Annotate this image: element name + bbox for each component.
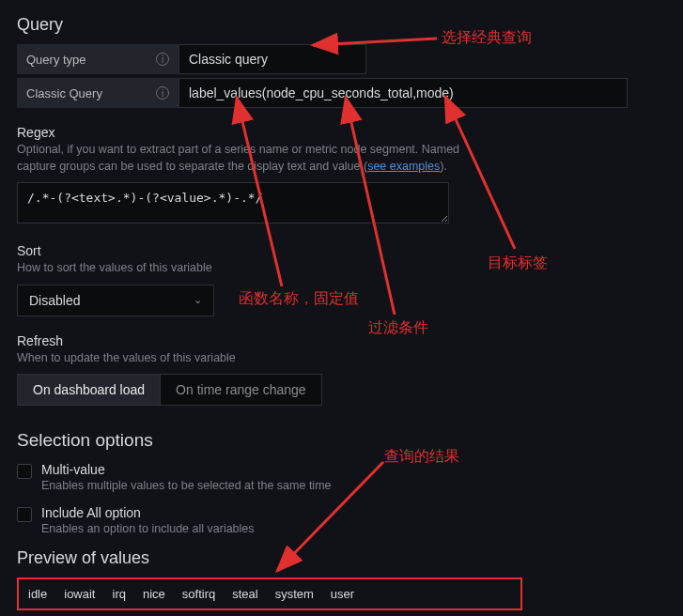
classic-query-label: Classic Query i [17, 78, 179, 108]
preview-value: iowait [64, 587, 95, 601]
include-all-checkbox[interactable] [17, 507, 32, 522]
preview-values-box: idle iowait irq nice softirq steal syste… [17, 578, 522, 610]
preview-value: nice [143, 587, 165, 601]
preview-value: steal [232, 587, 257, 601]
classic-query-input[interactable] [179, 78, 628, 108]
preview-value: irq [113, 587, 126, 601]
multi-value-desc: Enables multiple values to be selected a… [41, 479, 332, 492]
query-type-label: Query type i [17, 44, 179, 74]
regex-help-post: ). [440, 160, 447, 173]
multi-value-row: Multi-value Enables multiple values to b… [17, 462, 666, 492]
classic-query-label-text: Classic Query [26, 86, 102, 100]
include-all-row: Include All option Enables an option to … [17, 505, 666, 535]
refresh-title: Refresh [17, 333, 666, 348]
refresh-on-dashboard-load-button[interactable]: On dashboard load [17, 374, 161, 406]
refresh-on-time-range-change-button[interactable]: On time range change [161, 374, 322, 406]
query-type-label-text: Query type [26, 53, 86, 67]
regex-help: Optional, if you want to extract part of… [17, 142, 487, 175]
regex-input[interactable]: /.*-(?<text>.*)-(?<value>.*)-.*/ [17, 182, 449, 223]
query-type-row: Query type i [17, 44, 666, 74]
include-all-label: Include All option [41, 505, 255, 520]
include-all-desc: Enables an option to include all variabl… [41, 522, 255, 535]
sort-select[interactable]: Disabled ⌄ [17, 285, 214, 316]
multi-value-checkbox[interactable] [17, 464, 32, 479]
section-title-query: Query [17, 15, 666, 35]
chevron-down-icon: ⌄ [194, 294, 202, 306]
multi-value-label: Multi-value [41, 462, 332, 477]
regex-title: Regex [17, 125, 666, 140]
preview-value: softirq [182, 587, 215, 601]
sort-value: Disabled [29, 293, 80, 308]
sort-help: How to sort the values of this variable [17, 260, 487, 277]
query-type-input[interactable] [179, 44, 366, 74]
sort-title: Sort [17, 243, 666, 258]
preview-title: Preview of values [17, 548, 666, 568]
refresh-button-group: On dashboard load On time range change [17, 374, 666, 406]
preview-value: system [275, 587, 314, 601]
selection-options-title: Selection options [17, 430, 666, 451]
info-icon[interactable]: i [156, 53, 169, 66]
refresh-help: When to update the values of this variab… [17, 350, 487, 367]
preview-value: user [331, 587, 354, 601]
info-icon[interactable]: i [156, 86, 169, 100]
preview-value: idle [28, 587, 47, 601]
regex-help-link[interactable]: see examples [367, 160, 440, 173]
classic-query-row: Classic Query i [17, 78, 666, 108]
